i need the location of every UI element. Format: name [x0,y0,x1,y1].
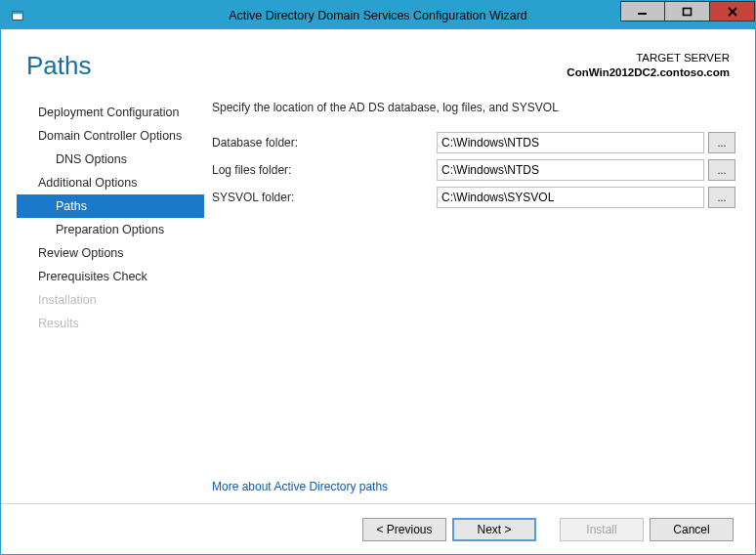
cancel-button[interactable]: Cancel [650,518,734,541]
sidebar-item-installation: Installation [17,288,204,312]
sidebar-item-prerequisites-check[interactable]: Prerequisites Check [17,265,204,288]
close-button[interactable] [710,1,755,21]
database-folder-input[interactable] [437,132,704,153]
log-files-folder-row: Log files folder: ... [212,159,735,181]
sidebar-item-results: Results [17,312,204,335]
minimize-button[interactable] [620,1,665,21]
database-folder-label: Database folder: [212,136,437,149]
next-button[interactable]: Next > [452,518,536,541]
log-files-folder-label: Log files folder: [212,163,437,177]
target-server-label: TARGET SERVER [567,51,730,65]
minimize-icon [637,7,649,17]
database-folder-row: Database folder: ... [212,132,735,153]
close-icon [727,7,738,17]
main-panel: Specify the location of the AD DS databa… [204,101,735,503]
sidebar-item-dns-options[interactable]: DNS Options [17,148,204,171]
sysvol-folder-label: SYSVOL folder: [212,191,437,204]
sysvol-folder-browse-button[interactable]: ... [708,187,735,208]
sidebar-item-domain-controller-options[interactable]: Domain Controller Options [17,124,204,148]
sidebar-item-review-options[interactable]: Review Options [17,241,204,265]
content: Paths TARGET SERVER ConWin2012DC2.contos… [1,29,755,554]
sidebar-item-preparation-options[interactable]: Preparation Options [17,218,204,241]
sysvol-folder-row: SYSVOL folder: ... [212,187,735,208]
footer: < Previous Next > Install Cancel [1,503,755,554]
log-files-folder-browse-button[interactable]: ... [708,159,735,181]
log-files-folder-input[interactable] [437,159,704,181]
target-server-block: TARGET SERVER ConWin2012DC2.contoso.com [567,51,730,80]
sidebar-item-additional-options[interactable]: Additional Options [17,171,204,194]
svg-rect-3 [683,8,691,15]
target-server-name: ConWin2012DC2.contoso.com [567,65,730,80]
sysvol-folder-input[interactable] [437,187,704,208]
database-folder-browse-button[interactable]: ... [708,132,735,153]
sidebar-item-paths[interactable]: Paths [17,194,204,218]
sidebar-item-deployment-configuration[interactable]: Deployment Configuration [17,101,204,124]
previous-button[interactable]: < Previous [362,518,446,541]
instructions-text: Specify the location of the AD DS databa… [212,101,735,114]
app-icon [6,4,29,27]
install-button: Install [560,518,644,541]
more-about-paths-link[interactable]: More about Active Directory paths [212,480,388,493]
header-row: Paths TARGET SERVER ConWin2012DC2.contos… [1,29,755,81]
page-title: Paths [26,51,92,81]
window-controls [620,1,755,29]
svg-rect-2 [638,13,647,15]
body-row: Deployment Configuration Domain Controll… [1,81,755,503]
window: Active Directory Domain Services Configu… [0,0,756,555]
sidebar: Deployment Configuration Domain Controll… [17,101,204,503]
titlebar: Active Directory Domain Services Configu… [1,1,755,29]
svg-rect-1 [13,11,23,14]
maximize-icon [682,7,693,17]
maximize-button[interactable] [665,1,710,21]
